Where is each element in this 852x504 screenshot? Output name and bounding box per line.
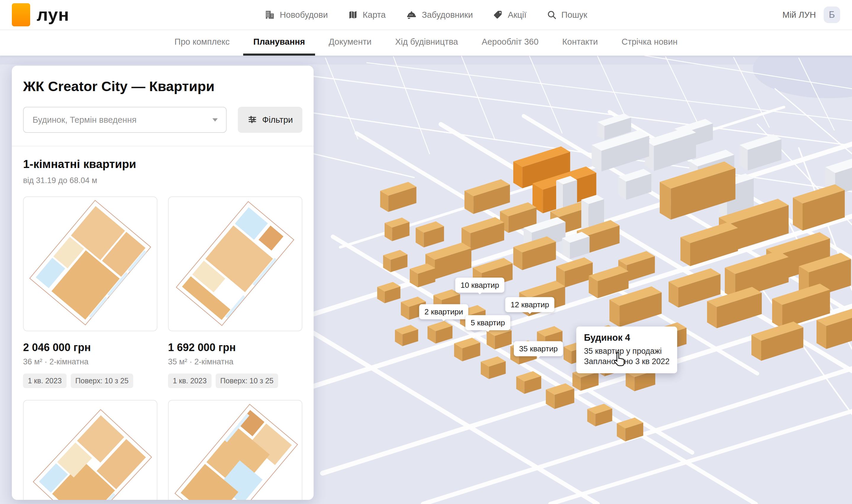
building-label[interactable]: 12 квартир [505,297,555,312]
tab-planuvannia[interactable]: Планування [243,30,315,56]
term-badge: 1 кв. 2023 [168,374,212,388]
nav-item-akcii[interactable]: Акції [493,10,526,20]
floor-plan-thumbnail[interactable] [168,196,302,331]
tab-dokumenty[interactable]: Документи [319,30,382,56]
nav-item-label: Новобудови [280,10,328,20]
section-area-range: від 31.19 до 68.04 м [23,176,302,185]
map-icon [348,10,358,20]
search-icon [547,10,557,20]
floor-plan-image [24,400,157,500]
select-placeholder: Будинок, Термін введення [33,115,137,125]
lun-logo[interactable]: лун [12,3,69,26]
listing-card: 1 692 000 грн 35 м² · 2-кімнатна 1 кв. 2… [168,196,302,400]
page: 10 квартир 2 квартири 12 квартир 5 кварт… [0,0,852,504]
section-heading: 1-кімнатні квартири [23,158,302,171]
panel-header: ЖК Creator City — Квартири Будинок, Терм… [12,66,313,146]
tab-strichka-novyn[interactable]: Стрічка новин [612,30,688,56]
filter-sliders-icon [247,114,257,125]
nav-item-label: Акції [508,10,526,20]
complex-tabs: Про комплекс Планування Документи Хід бу… [0,30,852,56]
listing-specs: 35 м² · 2-кімнатна [168,357,302,366]
listing-card [168,400,302,500]
chevron-down-icon [213,118,218,122]
listings-grid: 2 046 000 грн 36 м² · 2-кімнатна 1 кв. 2… [23,196,302,500]
building-icon [265,10,275,20]
floor-plan-thumbnail[interactable] [168,400,302,500]
main-nav: Новобудови Карта Забудовники Акції [69,9,782,20]
filters-button-label: Фільтри [262,115,293,125]
nav-item-label: Пошук [562,10,587,20]
listings-panel: ЖК Creator City — Квартири Будинок, Терм… [12,66,313,500]
user-avatar[interactable]: Б [823,6,840,23]
listing-badges: 1 кв. 2023 Поверх: 10 з 25 [168,374,302,388]
tag-icon [493,10,503,20]
page-title: ЖК Creator City — Квартири [23,78,302,94]
nav-item-label: Карта [363,10,386,20]
tab-kontakty[interactable]: Контакти [552,30,608,56]
floor-plan-image [169,197,302,331]
floor-plan-image [24,197,157,331]
tooltip-building-name: Будинок 4 [584,332,669,343]
nav-item-novobudovy[interactable]: Новобудови [265,10,328,20]
nav-item-poshuk[interactable]: Пошук [547,10,587,20]
nav-item-karta[interactable]: Карта [348,10,386,20]
floor-plan-thumbnail[interactable] [23,400,157,500]
floor-plan-image [169,400,302,500]
listing-specs: 36 м² · 2-кімнатна [23,357,157,366]
nav-item-zabudovnyky[interactable]: Забудовники [406,9,473,20]
lun-logo-text: лун [37,6,69,24]
helmet-icon [406,9,417,20]
my-lun-link[interactable]: Мій ЛУН [782,10,816,20]
building-label[interactable]: 35 квартир [514,341,563,356]
floor-badge: Поверх: 10 з 25 [216,374,278,388]
tab-pro-kompleks[interactable]: Про комплекс [164,30,240,56]
listing-badges: 1 кв. 2023 Поверх: 10 з 25 [23,374,157,388]
filters-button[interactable]: Фільтри [238,107,302,133]
tab-aeroblit-360[interactable]: Аерообліт 360 [472,30,548,56]
panel-body: 1-кімнатні квартири від 31.19 до 68.04 м [12,146,313,500]
building-label[interactable]: 10 квартир [455,278,504,293]
floor-plan-thumbnail[interactable] [23,196,157,331]
nav-item-label: Забудовники [422,10,473,20]
listing-card [23,400,157,500]
listing-price: 2 046 000 грн [23,341,157,354]
term-badge: 1 кв. 2023 [23,374,67,388]
building-term-select[interactable]: Будинок, Термін введення [23,107,226,133]
top-header: лун Новобудови Карта Забудовники [0,0,852,30]
tab-khid-budivnytstva[interactable]: Хід будівництва [385,30,468,56]
building-label[interactable]: 5 квартир [465,315,510,330]
account-area: Мій ЛУН Б [782,6,840,23]
listing-card: 2 046 000 грн 36 м² · 2-кімнатна 1 кв. 2… [23,196,157,400]
lun-logo-mark [12,3,30,26]
floor-badge: Поверх: 10 з 25 [71,374,133,388]
building-label[interactable]: 2 квартири [419,304,468,320]
listing-price: 1 692 000 грн [168,341,302,354]
